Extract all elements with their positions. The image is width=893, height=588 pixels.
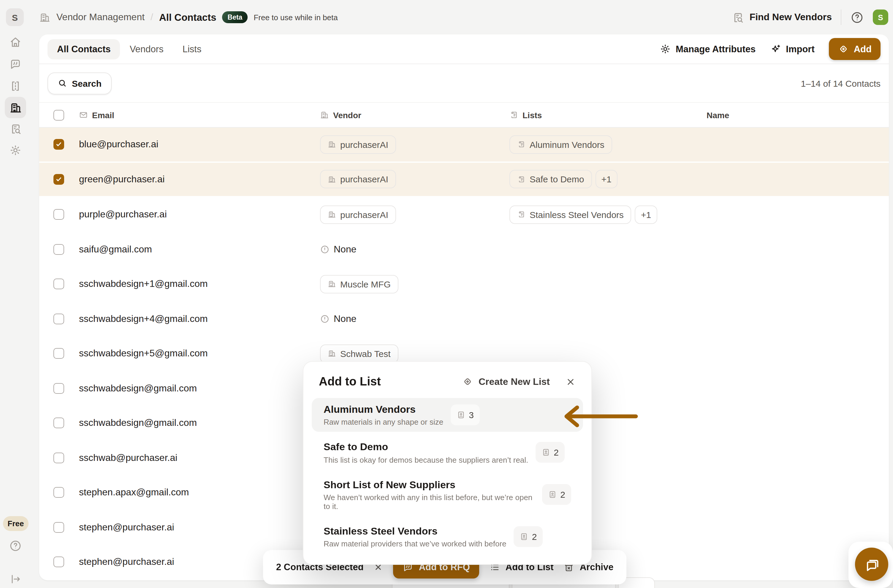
contact-badge-icon: [520, 532, 528, 541]
sidebar-item-rfqs[interactable]: [9, 58, 22, 71]
chat-fab-button[interactable]: [855, 547, 888, 581]
email-cell[interactable]: stephen.apax@gmail.com: [79, 487, 320, 498]
vendor-chip[interactable]: Muscle MFG: [320, 275, 398, 293]
alert-circle-icon: [320, 245, 329, 254]
add-label: Add: [854, 44, 872, 54]
email-cell[interactable]: sschwabdesign+4@gmail.com: [79, 314, 320, 324]
sidebar-item-find-vendors[interactable]: [9, 123, 22, 135]
row-checkbox-checked[interactable]: [53, 174, 64, 185]
chat-bubbles-icon: [864, 556, 879, 572]
list-chip[interactable]: Safe to Demo: [510, 170, 592, 189]
email-cell[interactable]: purple@purchaser.ai: [79, 209, 320, 220]
email-cell[interactable]: sschwabdesign@gmail.com: [79, 383, 320, 394]
tab-lists[interactable]: Lists: [173, 39, 211, 59]
row-checkbox[interactable]: [53, 279, 64, 290]
row-checkbox[interactable]: [53, 244, 64, 255]
vendor-none-label: None: [334, 314, 356, 324]
create-new-list-button[interactable]: Create New List: [462, 376, 550, 387]
row-checkbox[interactable]: [53, 522, 64, 533]
column-name[interactable]: Name: [707, 110, 889, 120]
list-option-safe-to-demo[interactable]: Safe to Demo This list is okay for demos…: [312, 436, 583, 470]
sidebar-item-home[interactable]: [9, 36, 22, 48]
diamond-plus-icon: [462, 376, 473, 387]
breadcrumb-page[interactable]: All Contacts: [159, 12, 216, 23]
table-row[interactable]: saifu@gmail.com None: [39, 232, 889, 267]
column-email-label: Email: [92, 110, 114, 120]
list-option-description: We haven’t worked with any in this list …: [323, 493, 535, 511]
list-option-text: Aluminum Vendors Raw materials in any sh…: [323, 403, 443, 427]
row-checkbox[interactable]: [53, 314, 64, 324]
list-count-badge: 3: [450, 405, 480, 425]
email-cell[interactable]: stephen@purchaser.ai: [79, 522, 320, 533]
table-row[interactable]: sschwabdesign+4@gmail.com None: [39, 301, 889, 336]
manage-attributes-button[interactable]: Manage Attributes: [660, 44, 756, 55]
table-header: Email Vendor Lists Name: [39, 102, 889, 128]
top-header: S Vendor Management / All Contacts Beta …: [0, 0, 893, 35]
list-chip[interactable]: Aluminum Vendors: [510, 135, 612, 154]
table-row[interactable]: sschwabdesign+1@gmail.com Muscle MFG: [39, 267, 889, 301]
vendor-chip[interactable]: purchaserAI: [320, 135, 396, 154]
vendor-chip[interactable]: Schwab Test: [320, 344, 398, 363]
email-cell[interactable]: saifu@gmail.com: [79, 244, 320, 255]
close-icon[interactable]: [565, 376, 576, 387]
find-new-vendors-button[interactable]: Find New Vendors: [732, 11, 832, 24]
row-checkbox-checked[interactable]: [53, 139, 64, 150]
user-avatar[interactable]: S: [873, 9, 888, 25]
sidebar-item-settings[interactable]: [9, 144, 22, 156]
more-lists-chip[interactable]: +1: [595, 170, 617, 189]
breadcrumb-section[interactable]: Vendor Management: [56, 12, 144, 23]
list-option-short-list[interactable]: Short List of New Suppliers We haven’t w…: [312, 473, 583, 516]
table-row[interactable]: green@purchaser.ai purchaserAI Safe to D…: [39, 162, 889, 197]
building-icon: [320, 110, 329, 119]
row-checkbox[interactable]: [53, 209, 64, 220]
import-button[interactable]: Import: [770, 44, 814, 55]
list-chip[interactable]: Stainless Steel Vendors: [510, 206, 631, 224]
row-checkbox[interactable]: [53, 383, 64, 394]
more-lists-chip[interactable]: +1: [635, 206, 657, 224]
email-cell[interactable]: sschwabdesign@gmail.com: [79, 418, 320, 429]
column-lists[interactable]: Lists: [510, 110, 707, 120]
workspace-logo[interactable]: S: [6, 8, 24, 26]
table-row[interactable]: purple@purchaser.ai purchaserAI Stainles…: [39, 197, 889, 232]
sidebar-help[interactable]: [9, 539, 22, 552]
vendor-chip[interactable]: purchaserAI: [320, 206, 396, 224]
search-row: Search 1–14 of 14 Contacts: [39, 64, 889, 102]
email-cell[interactable]: sschwab@purchaser.ai: [79, 453, 320, 463]
column-vendor[interactable]: Vendor: [320, 110, 510, 120]
column-email[interactable]: Email: [79, 110, 320, 120]
row-checkbox[interactable]: [53, 453, 64, 463]
list-option-name: Safe to Demo: [323, 441, 528, 454]
tab-all-contacts[interactable]: All Contacts: [48, 39, 120, 59]
help-icon[interactable]: [850, 11, 864, 24]
row-checkbox[interactable]: [53, 418, 64, 429]
search-button[interactable]: Search: [48, 72, 112, 94]
email-cell[interactable]: sschwabdesign+5@gmail.com: [79, 348, 320, 359]
add-button[interactable]: Add: [829, 38, 881, 60]
building-icon: [328, 211, 336, 219]
row-checkbox[interactable]: [53, 557, 64, 567]
vendor-chip[interactable]: purchaserAI: [320, 170, 396, 189]
building-search-icon: [9, 123, 22, 135]
vendor-chip-label: purchaserAI: [340, 210, 388, 220]
beta-note: Free to use while in beta: [254, 13, 338, 22]
select-all-checkbox[interactable]: [53, 110, 64, 120]
building-icon: [328, 140, 336, 149]
sidebar-item-vendors-active[interactable]: [5, 97, 26, 118]
list-option-aluminum-vendors[interactable]: Aluminum Vendors Raw materials in any sh…: [312, 398, 583, 432]
contacts-count: 1–14 of 14 Contacts: [801, 78, 881, 88]
list-option-stainless-steel[interactable]: Stainless Steel Vendors Raw material pro…: [312, 520, 583, 554]
row-checkbox[interactable]: [53, 487, 64, 498]
sidebar-item-templates[interactable]: [9, 80, 22, 92]
vendor-none-label: None: [334, 244, 356, 255]
free-plan-badge: Free: [3, 516, 29, 531]
email-cell[interactable]: sschwabdesign+1@gmail.com: [79, 279, 320, 290]
email-cell[interactable]: blue@purchaser.ai: [79, 139, 320, 150]
sidebar-logout[interactable]: [9, 573, 21, 585]
table-row[interactable]: blue@purchaser.ai purchaserAI Aluminum V…: [39, 128, 889, 162]
building-icon: [328, 349, 336, 358]
tab-vendors[interactable]: Vendors: [120, 39, 173, 59]
email-cell[interactable]: green@purchaser.ai: [79, 174, 320, 185]
row-checkbox[interactable]: [53, 348, 64, 359]
vendor-chip-label: Muscle MFG: [340, 279, 391, 289]
check-icon: [55, 176, 62, 183]
